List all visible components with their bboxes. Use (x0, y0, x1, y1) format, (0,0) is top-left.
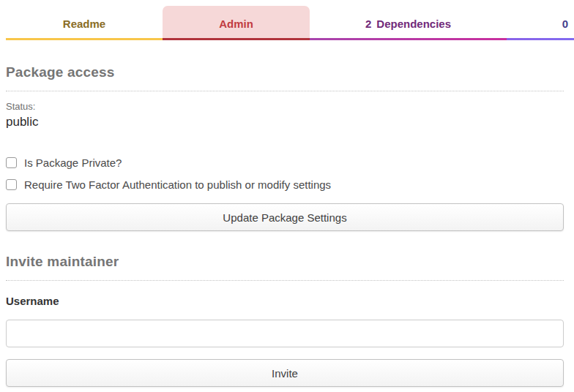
is-package-private-checkbox[interactable] (6, 157, 17, 168)
tab-admin[interactable]: Admin (163, 0, 310, 40)
status-label: Status: (6, 101, 564, 112)
tab-dependents-count: 0 (562, 18, 568, 30)
section-divider (6, 91, 564, 91)
tab-admin-label: Admin (219, 18, 253, 30)
tab-dependents[interactable]: 0 (507, 0, 574, 40)
private-checkbox-row: Is Package Private? (6, 157, 564, 169)
tab-dependencies-count: 2 (365, 18, 371, 30)
require-two-factor-checkbox[interactable] (6, 179, 17, 190)
require-two-factor-label[interactable]: Require Two Factor Authentication to pub… (24, 178, 331, 191)
package-tabbar: Readme Admin 2 Dependencies 0 (0, 0, 574, 40)
invite-maintainer-title: Invite maintainer (6, 254, 564, 270)
tab-readme[interactable]: Readme (6, 0, 163, 40)
username-input[interactable] (6, 320, 564, 347)
package-settings-checkboxes: Is Package Private? Require Two Factor A… (6, 157, 564, 191)
package-access-section: Package access Status: public Is Package… (6, 64, 564, 231)
update-package-settings-button[interactable]: Update Package Settings (6, 203, 564, 231)
is-package-private-label[interactable]: Is Package Private? (24, 157, 122, 169)
status-value: public (6, 115, 564, 129)
two-factor-checkbox-row: Require Two Factor Authentication to pub… (6, 178, 564, 191)
invite-maintainer-section: Invite maintainer Username Invite (6, 254, 564, 387)
tab-readme-label: Readme (63, 18, 105, 30)
tab-dependencies[interactable]: 2 Dependencies (310, 0, 507, 40)
tab-dependencies-label: Dependencies (376, 18, 451, 30)
invite-button[interactable]: Invite (6, 359, 564, 387)
section-divider (6, 280, 564, 281)
username-label: Username (6, 295, 564, 307)
package-access-title: Package access (6, 64, 564, 80)
admin-panel: Package access Status: public Is Package… (0, 64, 574, 387)
